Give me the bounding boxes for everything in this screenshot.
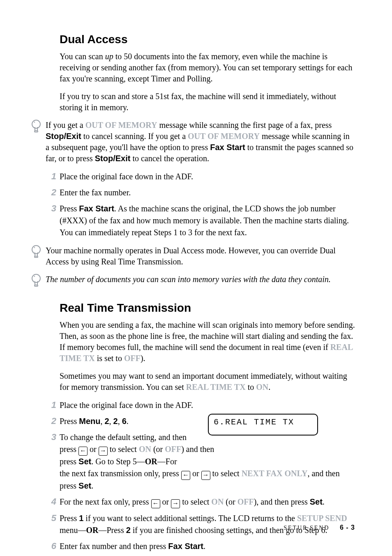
arrow-right-icon: → xyxy=(99,447,108,456)
text: Press xyxy=(60,204,79,213)
rtt-para-1: When you are sending a fax, the machine … xyxy=(60,320,355,364)
real-time-tx-label: REAL TIME TX xyxy=(186,382,246,392)
set-key: Set xyxy=(78,481,91,490)
out-of-memory-label: OUT OF MEMORY xyxy=(85,120,157,130)
arrow-right-icon: → xyxy=(171,499,180,508)
off-label: OFF xyxy=(165,445,181,454)
note-out-of-memory: If you get a OUT OF MEMORY message while… xyxy=(46,120,355,164)
text: Enter fax number and then press xyxy=(60,542,168,551)
svg-point-3 xyxy=(32,246,40,254)
step-number: 1 xyxy=(46,170,56,183)
step-number: 6 xyxy=(46,540,56,553)
stop-exit-key: Stop/Exit xyxy=(95,154,131,163)
step-2: 2 Press Menu, 2, 2, 6. 6.REAL TIME TX xyxy=(46,415,355,427)
text: To change the default setting, and then xyxy=(60,433,187,442)
text: the next fax transmission only, press xyxy=(60,469,181,478)
arrow-left-icon: ← xyxy=(151,499,160,508)
manual-page: Dual Access You can scan up to 50 docume… xyxy=(0,0,392,556)
footer-section: SETUP SEND xyxy=(284,525,330,531)
step-6: 6 Enter fax number and then press Fax St… xyxy=(46,540,355,552)
text: to cancel scanning. If you get a xyxy=(81,132,188,141)
dual-access-para-1: You can scan up to 50 documents into the… xyxy=(60,51,355,84)
lightbulb-icon xyxy=(31,120,42,138)
text: ), and then press xyxy=(254,497,310,506)
note-dual-access-mode: Your machine normally operates in Dual A… xyxy=(46,245,355,267)
text: press xyxy=(60,445,78,454)
svg-point-0 xyxy=(32,120,40,128)
stop-exit-key: Stop/Exit xyxy=(46,132,81,141)
set-key: Set xyxy=(310,497,323,506)
svg-rect-5 xyxy=(35,256,38,257)
lightbulb-icon xyxy=(31,274,42,292)
lightbulb-icon xyxy=(31,245,42,264)
text: or xyxy=(88,445,99,454)
on-label: ON xyxy=(256,382,268,392)
text: —For xyxy=(157,457,177,466)
svg-point-4 xyxy=(34,247,35,248)
step-number: 5 xyxy=(46,512,56,525)
text: . Go to Step 5— xyxy=(91,457,145,466)
text: , xyxy=(118,417,122,426)
text-emph-up: up xyxy=(105,52,113,61)
menu-key: Menu xyxy=(79,417,100,426)
text: . xyxy=(127,417,129,426)
or-label: OR xyxy=(145,457,157,466)
step-number: 3 xyxy=(46,202,56,215)
heading-dual-access: Dual Access xyxy=(60,33,355,46)
text: ). xyxy=(141,354,145,363)
text: to cancel the operation. xyxy=(130,154,209,163)
next-fax-only-label: NEXT FAX ONLY xyxy=(242,469,308,478)
key-2: 2 xyxy=(113,417,118,426)
text: , xyxy=(109,417,113,426)
fax-start-key: Fax Start xyxy=(168,542,203,551)
heading-real-time-transmission: Real Time Transmission xyxy=(60,301,355,315)
fax-start-key: Fax Start xyxy=(210,143,245,152)
set-key: Set xyxy=(78,457,91,466)
key-6: 6 xyxy=(122,417,127,426)
step-2: 2 Enter the fax number. xyxy=(46,187,355,199)
rtt-para-2: Sometimes you may want to send an import… xyxy=(60,371,355,393)
step-1: 1 Place the original face down in the AD… xyxy=(46,399,355,411)
svg-point-7 xyxy=(34,276,35,277)
footer-page-number: 6 - 3 xyxy=(340,524,355,531)
step-3-line2: press ← or → to select ON (or OFF) and t… xyxy=(60,443,220,468)
svg-rect-8 xyxy=(35,285,38,286)
text: —Press xyxy=(98,526,126,535)
setup-send-label: SETUP SEND xyxy=(297,514,347,523)
text: or xyxy=(190,469,201,478)
off-label: OFF xyxy=(124,354,141,363)
off-label: OFF xyxy=(238,497,254,506)
text: For the next fax only, press xyxy=(60,497,151,506)
or-label: OR xyxy=(86,526,98,535)
arrow-left-icon: ← xyxy=(181,471,190,480)
text: (or xyxy=(151,445,165,454)
text: Press xyxy=(60,417,79,426)
svg-rect-2 xyxy=(35,131,38,132)
step-number: 2 xyxy=(46,186,56,199)
step-number: 1 xyxy=(46,398,56,412)
text: , xyxy=(100,417,104,426)
step-number: 4 xyxy=(46,495,56,508)
text: message while scanning the first page of… xyxy=(157,120,332,130)
key-1: 1 xyxy=(79,514,83,523)
on-label: ON xyxy=(211,497,224,506)
step-number: 2 xyxy=(46,415,56,428)
svg-point-1 xyxy=(34,122,35,123)
text: or xyxy=(160,497,171,506)
page-footer: SETUP SEND 6 - 3 xyxy=(284,524,355,531)
step-text: Place the original face down in the ADF. xyxy=(60,172,193,181)
step-4: 4 For the next fax only, press ← or → to… xyxy=(46,496,355,508)
out-of-memory-label: OUT OF MEMORY xyxy=(188,132,260,141)
key-2: 2 xyxy=(104,417,109,426)
text: . xyxy=(323,497,325,506)
text: The number of documents you can scan int… xyxy=(46,275,331,284)
step-3-line1: To change the default setting, and then xyxy=(60,431,220,443)
fax-start-key: Fax Start xyxy=(79,204,114,213)
arrow-right-icon: → xyxy=(201,471,210,480)
text: is set to xyxy=(95,354,124,363)
text: You can scan xyxy=(60,52,105,61)
text: to select xyxy=(108,445,139,454)
step-number: 3 xyxy=(46,431,56,444)
text: if you want to select additional setting… xyxy=(83,514,297,523)
step-1: 1 Place the original face down in the AD… xyxy=(46,171,355,183)
